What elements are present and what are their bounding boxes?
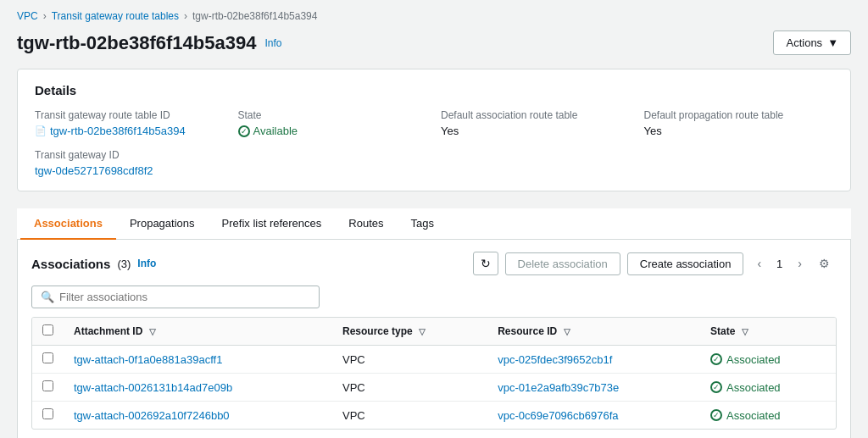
count-badge: (3)	[117, 258, 131, 270]
row-attachment-id: tgw-attach-0f1a0e881a39acff1	[64, 346, 332, 374]
row-resource-id: vpc-025fdec3f9652cb1f	[487, 346, 700, 374]
tabs-bar: Associations Propagations Prefix list re…	[17, 208, 851, 240]
delete-association-button[interactable]: Delete association	[505, 252, 620, 275]
row-checkbox-cell	[32, 346, 64, 374]
refresh-icon: ↻	[481, 257, 491, 270]
row-state: ✓ Associated	[700, 402, 836, 430]
table-row: tgw-attach-002692a10f7246bb0 VPC vpc-0c6…	[32, 402, 836, 430]
page-header: tgw-rtb-02be38f6f14b5a394 Info Actions ▼	[17, 30, 851, 55]
col-resource-id: Resource ID ▽	[487, 318, 700, 346]
detail-route-table-id: Transit gateway route table ID 📄 tgw-rtb…	[35, 109, 225, 137]
page-number: 1	[771, 256, 787, 272]
pagination: ‹ 1 › ⚙	[750, 253, 837, 274]
col-attachment-id: Attachment ID ▽	[64, 318, 332, 346]
breadcrumb: VPC › Transit gateway route tables › tgw…	[17, 10, 851, 22]
refresh-button[interactable]: ↻	[473, 252, 498, 275]
sort-icon: ▽	[742, 327, 748, 336]
attachment-id-link-1[interactable]: tgw-attach-0026131b14ad7e09b	[74, 381, 232, 394]
detail-state: State ✓ Available	[238, 109, 428, 137]
document-icon: 📄	[35, 125, 47, 136]
tab-propagations[interactable]: Propagations	[116, 208, 209, 240]
row-checkbox-cell	[32, 374, 64, 402]
actions-button[interactable]: Actions ▼	[773, 30, 851, 55]
details-title: Details	[35, 83, 833, 97]
select-all-checkbox[interactable]	[42, 324, 53, 335]
row-checkbox-1[interactable]	[42, 380, 53, 391]
detail-default-assoc: Default association route table Yes	[441, 109, 631, 137]
associated-icon: ✓	[710, 409, 722, 421]
attachment-id-link-0[interactable]: tgw-attach-0f1a0e881a39acff1	[74, 353, 222, 366]
resource-id-link-0[interactable]: vpc-025fdec3f9652cb1f	[498, 353, 612, 366]
section-title: Associations (3) Info	[31, 257, 156, 271]
col-state: State ▽	[700, 318, 836, 346]
row-resource-type: VPC	[332, 346, 487, 374]
table-settings-button[interactable]: ⚙	[812, 253, 837, 274]
row-checkbox-0[interactable]	[42, 352, 53, 363]
associations-section: Associations (3) Info ↻ Delete associati…	[17, 240, 851, 438]
detail-tgw-id: Transit gateway ID tgw-0de52717698cdf8f2	[35, 149, 833, 177]
section-actions: ↻ Delete association Create association …	[473, 252, 837, 275]
details-card: Details Transit gateway route table ID 📄…	[17, 69, 851, 191]
sort-icon: ▽	[149, 327, 156, 336]
resource-id-link-2[interactable]: vpc-0c69e7096cb6976fa	[498, 409, 618, 422]
search-bar: 🔍	[31, 286, 320, 308]
state-text: Associated	[726, 353, 781, 366]
tab-tags[interactable]: Tags	[398, 208, 448, 240]
col-resource-type: Resource type ▽	[332, 318, 487, 346]
tab-prefix-list-references[interactable]: Prefix list references	[209, 208, 336, 240]
tab-associations[interactable]: Associations	[20, 208, 116, 240]
row-checkbox-2[interactable]	[42, 408, 53, 419]
row-checkbox-cell	[32, 402, 64, 430]
row-resource-id: vpc-01e2a9afb39c7b73e	[487, 374, 700, 402]
details-grid: Transit gateway route table ID 📄 tgw-rtb…	[35, 109, 833, 137]
row-state: ✓ Associated	[700, 374, 836, 402]
state-text: Associated	[726, 381, 781, 394]
tab-routes[interactable]: Routes	[335, 208, 397, 240]
next-page-button[interactable]: ›	[791, 253, 809, 274]
select-all-col	[32, 318, 64, 346]
associations-table: Attachment ID ▽ Resource type ▽ Resource…	[31, 317, 837, 430]
associated-icon: ✓	[710, 381, 722, 393]
attachment-id-link-2[interactable]: tgw-attach-002692a10f7246bb0	[74, 409, 230, 422]
state-value: ✓ Available	[238, 125, 428, 137]
breadcrumb-route-tables[interactable]: Transit gateway route tables	[52, 10, 179, 22]
associated-icon: ✓	[710, 353, 722, 365]
filter-input[interactable]	[59, 291, 310, 303]
row-state: ✓ Associated	[700, 346, 836, 374]
breadcrumb-current: tgw-rtb-02be38f6f14b5a394	[192, 10, 317, 22]
table-row: tgw-attach-0f1a0e881a39acff1 VPC vpc-025…	[32, 346, 836, 374]
section-header: Associations (3) Info ↻ Delete associati…	[31, 252, 837, 275]
tgw-id-link[interactable]: tgw-0de52717698cdf8f2	[35, 164, 153, 177]
table-row: tgw-attach-0026131b14ad7e09b VPC vpc-01e…	[32, 374, 836, 402]
prev-page-button[interactable]: ‹	[750, 253, 768, 274]
sort-icon: ▽	[564, 327, 570, 336]
detail-default-prop: Default propagation route table Yes	[644, 109, 834, 137]
route-table-id-link[interactable]: tgw-rtb-02be38f6f14b5a394	[50, 125, 186, 137]
row-resource-type: VPC	[332, 402, 487, 430]
page-info-link[interactable]: Info	[264, 37, 281, 49]
create-association-button[interactable]: Create association	[627, 252, 744, 275]
row-attachment-id: tgw-attach-002692a10f7246bb0	[64, 402, 332, 430]
sort-icon: ▽	[419, 327, 426, 336]
table-header-row: Attachment ID ▽ Resource type ▽ Resource…	[32, 318, 836, 346]
breadcrumb-vpc[interactable]: VPC	[17, 10, 38, 22]
row-resource-type: VPC	[332, 374, 487, 402]
row-resource-id: vpc-0c69e7096cb6976fa	[487, 402, 700, 430]
available-icon: ✓	[238, 125, 250, 137]
chevron-down-icon: ▼	[827, 36, 838, 49]
state-text: Associated	[726, 409, 781, 422]
row-attachment-id: tgw-attach-0026131b14ad7e09b	[64, 374, 332, 402]
search-icon: 🔍	[41, 291, 54, 303]
resource-id-link-1[interactable]: vpc-01e2a9afb39c7b73e	[498, 381, 619, 394]
page-title: tgw-rtb-02be38f6f14b5a394	[17, 32, 256, 54]
associations-info-link[interactable]: Info	[137, 258, 156, 269]
